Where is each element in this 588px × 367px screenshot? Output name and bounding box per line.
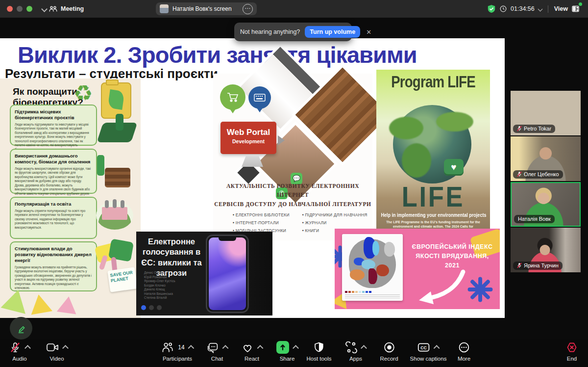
- map-region-lightblue: [362, 260, 375, 269]
- screen-share-options-button[interactable]: ⋯: [243, 4, 253, 14]
- europe-map-card: [342, 234, 403, 301]
- bullet-item: ЖУРНАЛИ: [302, 219, 368, 227]
- view-layout-icon[interactable]: [572, 5, 579, 12]
- arrow-down-left-icon: [412, 269, 471, 306]
- react-menu-chevron[interactable]: [257, 345, 264, 351]
- participant-name: Наталія Вовк: [518, 216, 551, 222]
- timer-chevron-icon[interactable]: [538, 6, 542, 11]
- cc-icon: CC: [417, 341, 430, 353]
- record-button[interactable]: Record: [380, 341, 398, 362]
- apps-menu-chevron[interactable]: [361, 345, 367, 351]
- bullet-item: ЕЛЕКТРОННІ БІБЛІОТЕКИ: [233, 211, 290, 219]
- section-heading: Використання домашнього компосту, біомас…: [15, 153, 92, 165]
- security-shield-icon[interactable]: [487, 4, 496, 13]
- map-region-orange: [350, 269, 365, 280]
- chat-button[interactable]: Chat: [207, 341, 228, 362]
- view-button-label[interactable]: View: [554, 5, 568, 12]
- evoting-authors: Денис Олійник Юрій Романчак Яромир-Олег …: [144, 271, 175, 300]
- poster-webportal-heading: АКТУАЛЬНІСТЬ РОЗВИТКУ ЕЛЕКТРОННИХ ІНТЕРН…: [213, 182, 372, 209]
- bioenergy-section: Популяризація та освіта Люди можуть спри…: [10, 197, 97, 239]
- minimize-window-button[interactable]: [17, 6, 23, 12]
- monitor-stand: [242, 156, 263, 167]
- author: Яромир-Олег Кустісь: [144, 279, 175, 284]
- illustration-chimney: [105, 200, 109, 208]
- participants-menu-chevron[interactable]: [188, 345, 195, 351]
- participant-tile[interactable]: Олег Цебенко: [511, 136, 581, 181]
- apps-button[interactable]: Apps: [345, 341, 366, 362]
- participants-count: 14: [178, 344, 184, 351]
- share-menu-chevron[interactable]: [293, 345, 299, 351]
- bioenergy-section: Підтримка місцевих біоенергетичних проєк…: [10, 105, 97, 146]
- participant-tile[interactable]: Petro Tokar: [511, 91, 581, 135]
- shared-screen-pill[interactable]: Наталія Вовк's screen ⋯: [156, 2, 257, 15]
- section-heading: Популяризація та освіта: [15, 201, 92, 207]
- ellipsis-icon: [458, 341, 470, 353]
- web-portal-sign-subtitle: Development: [220, 138, 276, 144]
- share-screen-icon: [276, 341, 289, 354]
- illustration-person: [116, 114, 123, 131]
- slide-title: Виклик 2. Зробити заняття цікавими: [18, 41, 417, 68]
- shared-screen-slide: Виклик 2. Зробити заняття цікавими Резул…: [0, 38, 505, 318]
- video-label: Video: [49, 356, 64, 362]
- share-button[interactable]: Share: [276, 341, 298, 362]
- poster-governance-title: ЄВРОПЕЙСЬКИЙ ІНДЕКС ЯКОСТІ ВРЯДУВАННЯ, 2…: [408, 242, 496, 270]
- annotate-button[interactable]: [10, 317, 32, 340]
- video-button[interactable]: Video: [46, 341, 68, 362]
- video-menu-chevron[interactable]: [62, 345, 69, 351]
- leaf-icon: [108, 89, 125, 110]
- meeting-toolbar: Audio Video 14 Participants Chat React: [0, 339, 588, 367]
- illustration-compost-barrel: [105, 168, 130, 187]
- heart-bubble-icon: ♥: [444, 159, 464, 176]
- decor-triangle: [57, 295, 78, 314]
- chat-menu-chevron[interactable]: [222, 345, 229, 351]
- poster-webportal: 💬 ✆ Web Portal Development АКТУАЛЬНІСТЬ …: [213, 74, 372, 240]
- audio-menu-chevron[interactable]: [24, 345, 31, 351]
- react-label: React: [245, 356, 259, 362]
- participant-tile-active-speaker[interactable]: Наталія Вовк: [511, 182, 581, 227]
- fullscreen-window-button[interactable]: [26, 6, 32, 12]
- meeting-menu-label: Meeting: [61, 5, 84, 12]
- participant-name-label: Олег Цебенко: [513, 170, 563, 179]
- life-big-text: LIFE: [381, 181, 485, 213]
- keyboard-icon: [248, 86, 271, 109]
- shared-screen-label: Наталія Вовк's screen: [172, 5, 232, 12]
- poster-life-title: Program LIFE: [386, 73, 481, 91]
- participants-button[interactable]: 14 Participants: [161, 341, 193, 362]
- react-button[interactable]: React: [242, 341, 263, 362]
- illustration-chimney: [121, 200, 124, 208]
- close-notification-icon[interactable]: ✕: [366, 28, 371, 36]
- captions-menu-chevron[interactable]: [434, 345, 440, 351]
- captions-button[interactable]: CC Show captions: [410, 341, 447, 362]
- end-button[interactable]: End: [566, 341, 578, 362]
- turn-up-volume-button[interactable]: Turn up volume: [305, 26, 360, 38]
- illustration-chimney: [113, 199, 117, 208]
- recycle-icon: ♻: [74, 80, 93, 105]
- participant-name-label: Наталія Вовк: [514, 215, 555, 223]
- participant-name: Олег Цебенко: [524, 171, 559, 177]
- chat-icon: [207, 341, 219, 353]
- web-portal-sign-title: Web Portal: [220, 128, 276, 137]
- svg-text:CC: CC: [421, 345, 427, 350]
- participant-tile[interactable]: Ярина Турчин: [511, 228, 581, 272]
- life-tagline: Help in implementing your environmental …: [381, 212, 485, 218]
- cart-icon: [220, 84, 245, 110]
- audio-label: Audio: [12, 356, 26, 362]
- meeting-menu[interactable]: Meeting: [49, 3, 84, 14]
- more-button[interactable]: More: [458, 341, 470, 362]
- illustration-factory: [102, 207, 127, 220]
- starburst-blue-icon: [467, 277, 493, 302]
- close-window-button[interactable]: [7, 6, 13, 12]
- captions-label: Show captions: [410, 356, 447, 362]
- author: Денис Олійник: [144, 271, 175, 275]
- section-body: Громадяни можуть впливати на прийняття р…: [15, 265, 92, 290]
- evoting-footer-icons: [141, 305, 162, 310]
- section-body: Люди можуть підтримувати та інвестувати …: [15, 123, 92, 152]
- section-heading: Підтримка місцевих біоенергетичних проєк…: [15, 109, 92, 121]
- host-tools-button[interactable]: Host tools: [306, 341, 331, 362]
- section-body: Люди можуть використовувати органічні ві…: [15, 167, 92, 196]
- audio-button[interactable]: Audio: [9, 341, 30, 362]
- mic-muted-icon: [517, 171, 522, 177]
- poster-bioenergy: Як покращити біоенергетику? ♻ Підтримка …: [0, 79, 141, 318]
- map-region-lightblue: [372, 241, 379, 256]
- chevron-down-icon[interactable]: [41, 6, 48, 12]
